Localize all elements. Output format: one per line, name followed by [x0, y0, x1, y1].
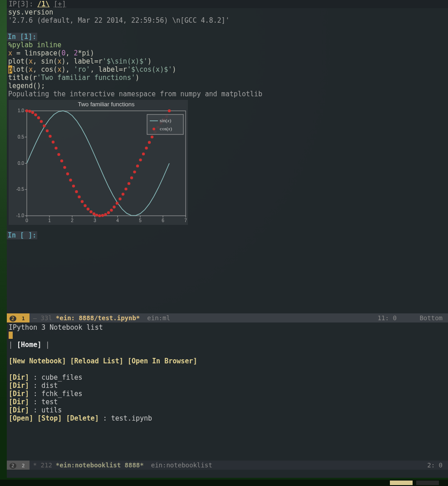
- svg-point-45: [75, 190, 78, 193]
- svg-point-48: [84, 204, 86, 207]
- svg-text:2: 2: [71, 218, 74, 223]
- svg-text:3: 3: [94, 218, 96, 223]
- minibuffer[interactable]: [7, 470, 448, 478]
- dir-row[interactable]: [Dir] : test: [9, 398, 446, 406]
- svg-point-35: [46, 129, 49, 132]
- svg-point-65: [133, 170, 136, 173]
- svg-text:7: 7: [184, 218, 187, 223]
- dir-tag[interactable]: [Dir]: [9, 373, 29, 382]
- dir-sep: :: [29, 382, 41, 390]
- svg-point-63: [128, 182, 130, 185]
- nblist-pipe-l: |: [9, 341, 13, 349]
- code-l2a: x: [8, 49, 12, 57]
- cell-1-output: Populating the interactive namespace fro…: [7, 90, 448, 98]
- prev-cell-output[interactable]: sys.version '2.7.6 (default, Mar 22 2014…: [7, 8, 448, 25]
- code-l2d: ,: [65, 49, 74, 57]
- dir-row[interactable]: [Dir] : fchk_files: [9, 390, 446, 398]
- code-l4e: ),: [61, 65, 74, 74]
- svg-point-33: [40, 120, 43, 123]
- svg-point-52: [95, 213, 98, 216]
- dir-name[interactable]: dist: [41, 382, 58, 390]
- svg-point-59: [116, 202, 118, 204]
- svg-text:-1.0: -1.0: [16, 213, 25, 218]
- svg-point-60: [118, 198, 121, 200]
- code-l4g: , label=r: [90, 65, 127, 74]
- svg-point-46: [78, 195, 80, 198]
- dir-name[interactable]: test: [41, 398, 58, 406]
- dir-name[interactable]: utils: [41, 406, 62, 414]
- svg-point-64: [130, 176, 133, 179]
- svg-point-50: [89, 210, 92, 213]
- nblist-cursor: [9, 332, 13, 339]
- header-add-tab[interactable]: [+]: [54, 0, 66, 8]
- reload-list-button[interactable]: [Reload List]: [70, 357, 123, 365]
- svg-point-54: [101, 214, 104, 217]
- svg-point-39: [57, 153, 60, 156]
- dir-sep: :: [29, 390, 41, 398]
- stop-button[interactable]: [Stop]: [37, 414, 62, 422]
- code-l4b: x: [29, 65, 33, 74]
- svg-text:5: 5: [139, 218, 142, 223]
- code-l3a: plot(: [8, 57, 29, 65]
- dir-tag[interactable]: [Dir]: [9, 382, 29, 390]
- code-l2b: = linspace(: [12, 49, 61, 57]
- taskbar-item-2[interactable]: [416, 481, 439, 485]
- svg-point-41: [63, 166, 66, 169]
- svg-point-36: [49, 135, 51, 138]
- code-l4h: '$\cos(x)$': [127, 65, 172, 74]
- header-active-tab[interactable]: /1\: [37, 0, 49, 8]
- svg-point-71: [151, 135, 153, 138]
- emacs-frame: IP[3]: /1\ [+] sys.version '2.7.6 (defau…: [7, 0, 448, 478]
- ml2-mode: ein:notebooklist: [144, 461, 212, 470]
- taskbar-item-1[interactable]: [390, 481, 413, 485]
- new-notebook-button[interactable]: [New Notebook]: [9, 357, 66, 365]
- svg-point-34: [43, 124, 45, 127]
- cell-2[interactable]: In [ ]:: [7, 231, 448, 248]
- nb-list-content[interactable]: IPython 3 Notebook list | [Home] | [New …: [7, 322, 448, 423]
- svg-text:cos(x): cos(x): [160, 126, 172, 132]
- notebooklist-pane[interactable]: IPython 3 Notebook list | [Home] | [New …: [7, 322, 448, 461]
- dir-sep: :: [29, 373, 41, 382]
- cell-2-code[interactable]: [7, 239, 448, 248]
- svg-point-66: [136, 164, 139, 167]
- header-line: IP[3]: /1\ [+]: [7, 0, 448, 8]
- cell-1[interactable]: In [1]: %pylab inline x = linspace(0, 2*…: [7, 33, 448, 225]
- code-l5c: ): [135, 74, 139, 82]
- dir-tag[interactable]: [Dir]: [9, 398, 29, 406]
- dir-name[interactable]: fchk_files: [41, 390, 82, 398]
- file-name[interactable]: test.ipynb: [111, 414, 152, 422]
- delete-button[interactable]: [Delete]: [66, 414, 98, 422]
- code-l2f: *pi): [78, 49, 94, 57]
- ml-badge1: 2: [10, 316, 16, 322]
- ml2-pos: 2: 0: [427, 461, 443, 469]
- code-l3e: ), label=r: [61, 57, 102, 65]
- dir-tag[interactable]: [Dir]: [9, 390, 29, 398]
- ml-buffer: *ein: 8888/test.ipynb*: [56, 313, 140, 322]
- nblist-home[interactable]: [Home]: [17, 341, 41, 349]
- code-l3f: '$\sin(x)$': [103, 57, 148, 65]
- code-l5b: 'Two familiar functions': [37, 74, 135, 82]
- dir-row[interactable]: [Dir] : utils: [9, 406, 446, 414]
- dir-row[interactable]: [Dir] : dist: [9, 382, 446, 390]
- open-in-browser-button[interactable]: [Open In Browser]: [128, 357, 197, 365]
- code-l3g: ): [148, 57, 152, 65]
- code-l3b: x: [29, 57, 33, 65]
- dir-row[interactable]: [Dir] : cube_files: [9, 373, 446, 382]
- code-l4c: , cos(: [33, 65, 57, 74]
- dir-name[interactable]: cube_files: [41, 373, 82, 382]
- svg-text:0: 0: [25, 218, 28, 223]
- notebook-pane[interactable]: IP[3]: /1\ [+] sys.version '2.7.6 (defau…: [7, 0, 448, 313]
- svg-point-81: [153, 128, 155, 130]
- dir-tag[interactable]: [Dir]: [9, 406, 29, 414]
- cell-1-code[interactable]: %pylab inline x = linspace(0, 2*pi) plot…: [7, 41, 448, 90]
- code-l4i: ): [172, 65, 176, 74]
- svg-point-42: [66, 173, 69, 175]
- open-button[interactable]: [Open]: [9, 414, 33, 422]
- svg-point-43: [69, 179, 72, 181]
- svg-point-58: [113, 206, 115, 208]
- svg-text:Two familiar functions: Two familiar functions: [78, 101, 135, 108]
- ml2-badge1: 2: [10, 463, 16, 469]
- code-l3c: , sin(: [33, 57, 57, 65]
- svg-text:0.5: 0.5: [18, 134, 24, 139]
- svg-point-55: [104, 213, 107, 216]
